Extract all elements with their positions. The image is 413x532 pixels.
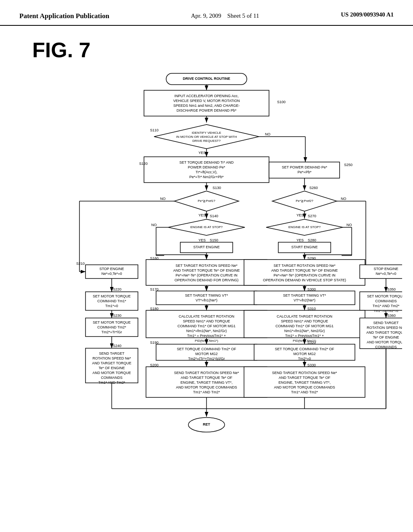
svg-text:ENGINE, TARGET TIMING VT*,: ENGINE, TARGET TIMING VT*, — [181, 380, 233, 384]
header-right: US 2009/0093940 A1 — [341, 11, 394, 18]
svg-text:COMMANDS: COMMANDS — [375, 345, 397, 349]
svg-text:S270: S270 — [308, 214, 316, 218]
svg-text:AND TARGET TORQUE Te* OF ENGIN: AND TARGET TORQUE Te* OF ENGINE — [173, 268, 240, 272]
svg-text:MOTOR MG2: MOTOR MG2 — [195, 352, 217, 356]
svg-text:CALCULATE TARGET ROTATION: CALCULATE TARGET ROTATION — [179, 314, 234, 318]
svg-text:ENGINE, TARGET TIMING VT*,: ENGINE, TARGET TIMING VT*, — [279, 380, 331, 384]
fig-label: FIG. 7 — [0, 26, 413, 66]
svg-text:Pe*=Ne*·Te* (OPERATION CURVE I: Pe*=Ne*·Te* (OPERATION CURVE IN — [175, 273, 237, 277]
svg-text:Te* OF ENGINE: Te* OF ENGINE — [373, 335, 399, 339]
svg-text:Tm2*=(Tr*+Tm1*/p)/Gr: Tm2*=(Tr*+Tm1*/p)/Gr — [188, 357, 225, 361]
svg-text:S210: S210 — [76, 262, 85, 266]
svg-text:S230: S230 — [113, 314, 121, 318]
svg-text:YES: YES — [296, 213, 304, 217]
svg-text:COMMAND Tm1* OF MOTOR MG1: COMMAND Tm1* OF MOTOR MG1 — [177, 324, 236, 328]
svg-text:S140: S140 — [210, 214, 218, 218]
svg-text:YES: YES — [198, 213, 206, 217]
svg-text:Ne*=0,Te*=0: Ne*=0,Te*=0 — [101, 272, 122, 276]
svg-text:ENGINE IS AT STOP?: ENGINE IS AT STOP? — [288, 225, 321, 229]
svg-text:SEND TARGET: SEND TARGET — [99, 351, 125, 355]
svg-text:S350: S350 — [387, 287, 396, 291]
svg-text:AND TARGET TORQUE Te* OF ENGIN: AND TARGET TORQUE Te* OF ENGINE — [271, 268, 338, 272]
svg-text:DISCHARGE POWER DEMAND Pb*: DISCHARGE POWER DEMAND Pb* — [177, 108, 237, 112]
svg-text:NO: NO — [341, 197, 346, 201]
svg-text:Pe*=Tr*·Nm2/Gr+Pb*: Pe*=Tr*·Nm2/Gr+Pb* — [189, 175, 224, 179]
svg-text:AND TARGET TORQUE Te* OF: AND TARGET TORQUE Te* OF — [181, 376, 233, 380]
svg-text:SEND TARGET ROTATION SPEED Ne*: SEND TARGET ROTATION SPEED Ne* — [272, 371, 337, 375]
svg-text:AND MOTOR TORQUE: AND MOTOR TORQUE — [92, 371, 131, 375]
svg-text:VT*=fn2(Ne*): VT*=fn2(Ne*) — [294, 298, 315, 302]
svg-text:IN MOTION OR VEHICLE AT STOP W: IN MOTION OR VEHICLE AT STOP WITH — [176, 135, 237, 139]
svg-text:S110: S110 — [150, 128, 159, 132]
svg-text:Tm1* = PreviousTm1* +: Tm1* = PreviousTm1* + — [285, 334, 324, 338]
svg-text:SET TARGET TIMING VT*: SET TARGET TIMING VT* — [185, 293, 228, 297]
svg-text:Pe*≧Pref2?: Pe*≧Pref2? — [296, 199, 313, 203]
svg-text:DRIVE CONTROL ROUTINE: DRIVE CONTROL ROUTINE — [183, 77, 230, 81]
svg-text:Te* OF ENGINE: Te* OF ENGINE — [98, 366, 125, 370]
svg-text:Tm1* AND Tm2*: Tm1* AND Tm2* — [373, 304, 400, 308]
svg-text:S120: S120 — [139, 162, 148, 166]
svg-text:START ENGINE: START ENGINE — [193, 245, 220, 249]
svg-text:Tm1* = PreviousTm1* +: Tm1* = PreviousTm1* + — [187, 334, 226, 338]
svg-text:S250: S250 — [344, 163, 353, 167]
svg-text:S130: S130 — [213, 186, 221, 190]
svg-text:CALCULATE TARGET ROTATION: CALCULATE TARGET ROTATION — [277, 314, 332, 318]
svg-rect-107 — [156, 291, 257, 305]
svg-text:NO: NO — [346, 223, 352, 227]
svg-text:AND MOTOR TORQUE COMMANDS: AND MOTOR TORQUE COMMANDS — [274, 385, 335, 389]
svg-text:STOP ENGINE: STOP ENGINE — [99, 267, 124, 271]
svg-text:RET: RET — [203, 422, 211, 426]
svg-text:AND MOTOR TORQUE: AND MOTOR TORQUE — [367, 340, 402, 344]
svg-text:S220: S220 — [113, 287, 121, 291]
svg-text:SET TARGET ROTATION SPEED Ne*: SET TARGET ROTATION SPEED Ne* — [273, 264, 336, 268]
patent-label: Patent Application Publication — [19, 12, 109, 20]
pub-date: Apr. 9, 2009 — [191, 12, 221, 19]
svg-text:SET TARGET TIMING VT*: SET TARGET TIMING VT* — [283, 293, 326, 297]
svg-text:DRIVE REQUEST?: DRIVE REQUEST? — [192, 139, 221, 143]
svg-text:ROTATION SPEED Ne*: ROTATION SPEED Ne* — [367, 326, 402, 330]
svg-text:Nm1*=fm1(Ne*, Nm2/Gr): Nm1*=fm1(Ne*, Nm2/Gr) — [186, 329, 227, 333]
header-center: Apr. 9, 2009 Sheet 5 of 11 — [191, 11, 259, 21]
flowchart: DRIVE CONTROL ROUTINE INPUT ACCELERATOR … — [0, 66, 413, 493]
svg-text:ENGINE IS AT STOP?: ENGINE IS AT STOP? — [190, 225, 223, 229]
page-header: Patent Application Publication Apr. 9, 2… — [0, 0, 413, 26]
svg-text:COMMAND Tm1*: COMMAND Tm1* — [97, 299, 126, 303]
patent-number: US 2009/0093940 A1 — [341, 11, 394, 18]
svg-text:COMMANDS: COMMANDS — [101, 376, 123, 380]
header-left: Patent Application Publication — [19, 11, 109, 21]
svg-text:S360: S360 — [387, 314, 396, 318]
svg-text:Pe*≧Pref1?: Pe*≧Pref1? — [198, 199, 215, 203]
svg-text:POWER DEMAND Pe*: POWER DEMAND Pe* — [188, 165, 225, 169]
svg-text:COMMAND Tm2*: COMMAND Tm2* — [97, 325, 126, 329]
svg-text:SET TARGET ROTATION SPEED Ne*: SET TARGET ROTATION SPEED Ne* — [175, 264, 238, 268]
svg-text:SPEEDS Nm1 and Nm2, AND CHARGE: SPEEDS Nm1 and Nm2, AND CHARGE- — [173, 104, 240, 108]
svg-text:S150: S150 — [210, 238, 218, 242]
svg-text:SET POWER DEMAND Pe*: SET POWER DEMAND Pe* — [282, 165, 327, 169]
svg-text:NO: NO — [151, 223, 157, 227]
svg-text:SET TORQUE DEMAND Tr* AND: SET TORQUE DEMAND Tr* AND — [179, 160, 234, 164]
svg-text:S280: S280 — [308, 238, 316, 242]
svg-text:INPUT ACCELERATOR OPENING Acc,: INPUT ACCELERATOR OPENING Acc, — [174, 94, 238, 98]
svg-text:Pe*=Pb*: Pe*=Pb* — [298, 170, 312, 174]
svg-text:AND TARGET TORQUE: AND TARGET TORQUE — [366, 330, 402, 335]
svg-text:S260: S260 — [309, 186, 318, 190]
svg-text:AND TARGET TORQUE: AND TARGET TORQUE — [92, 361, 131, 365]
svg-text:Tm1* AND Tm2*: Tm1* AND Tm2* — [291, 390, 318, 394]
svg-text:OPERATION DEMAND IN VEHICLE ST: OPERATION DEMAND IN VEHICLE STOP STATE) — [263, 278, 346, 282]
svg-text:STOP ENGINE: STOP ENGINE — [373, 267, 398, 271]
svg-text:Tm1*=0: Tm1*=0 — [105, 304, 118, 308]
svg-text:Ne*=0,Te*=0: Ne*=0,Te*=0 — [375, 272, 396, 276]
svg-text:SEND TARGET ROTATION SPEED Ne*: SEND TARGET ROTATION SPEED Ne* — [174, 371, 239, 375]
svg-text:Nm1*=fm1(Ne*, Nm2/Gr): Nm1*=fm1(Ne*, Nm2/Gr) — [284, 329, 325, 333]
sheet-info: Sheet 5 of 11 — [227, 12, 259, 19]
svg-text:Tm1* AND Tm2*: Tm1* AND Tm2* — [193, 390, 220, 394]
svg-text:MOTOR MG2: MOTOR MG2 — [293, 352, 315, 356]
svg-text:IDENTIFY VEHICLE: IDENTIFY VEHICLE — [192, 131, 221, 135]
svg-text:SPEED Nm1* AND TORQUE: SPEED Nm1* AND TORQUE — [281, 319, 328, 323]
svg-text:Tm2*=0: Tm2*=0 — [298, 357, 311, 361]
svg-text:AND TARGET TORQUE Te* OF: AND TARGET TORQUE Te* OF — [279, 376, 331, 380]
svg-text:SET MOTOR TORQUE: SET MOTOR TORQUE — [367, 294, 402, 298]
svg-text:SET TORQUE COMMAND Tm2* OF: SET TORQUE COMMAND Tm2* OF — [275, 347, 334, 351]
svg-text:YES: YES — [296, 238, 304, 242]
svg-text:COMMAND Tm1* OF MOTOR MG1: COMMAND Tm1* OF MOTOR MG1 — [275, 324, 334, 328]
